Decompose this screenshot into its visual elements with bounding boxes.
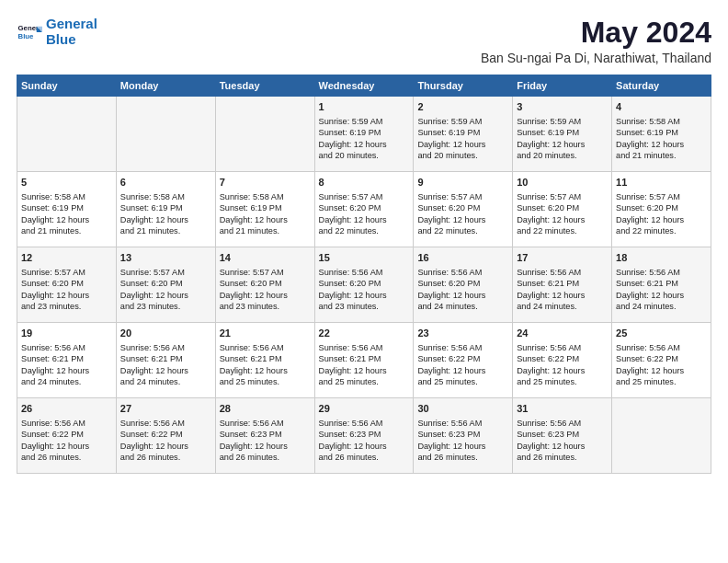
day-info: Sunrise: 5:56 AMSunset: 6:22 PMDaylight:… (616, 342, 707, 388)
day-info: Sunrise: 5:56 AMSunset: 6:20 PMDaylight:… (417, 267, 508, 313)
calendar-cell: 1Sunrise: 5:59 AMSunset: 6:19 PMDaylight… (314, 97, 414, 172)
calendar-week-row: 19Sunrise: 5:56 AMSunset: 6:21 PMDayligh… (17, 323, 711, 398)
calendar-cell: 11Sunrise: 5:57 AMSunset: 6:20 PMDayligh… (612, 172, 711, 247)
calendar-cell: 3Sunrise: 5:59 AMSunset: 6:19 PMDaylight… (513, 97, 612, 172)
day-number: 29 (319, 402, 410, 416)
calendar-cell: 5Sunrise: 5:58 AMSunset: 6:19 PMDaylight… (17, 172, 117, 247)
day-number: 18 (616, 251, 707, 265)
calendar-cell: 29Sunrise: 5:56 AMSunset: 6:23 PMDayligh… (314, 398, 414, 474)
day-info: Sunrise: 5:59 AMSunset: 6:19 PMDaylight:… (417, 116, 508, 162)
day-info: Sunrise: 5:58 AMSunset: 6:19 PMDaylight:… (120, 191, 211, 237)
day-info: Sunrise: 5:57 AMSunset: 6:20 PMDaylight:… (616, 191, 707, 237)
day-info: Sunrise: 5:56 AMSunset: 6:23 PMDaylight:… (220, 418, 311, 464)
day-number: 25 (616, 327, 707, 340)
day-number: 27 (120, 402, 211, 416)
day-number: 24 (517, 327, 608, 340)
day-info: Sunrise: 5:56 AMSunset: 6:21 PMDaylight:… (319, 342, 410, 388)
day-number: 21 (220, 327, 311, 340)
day-number: 6 (120, 176, 211, 190)
calendar-cell: 22Sunrise: 5:56 AMSunset: 6:21 PMDayligh… (314, 323, 414, 398)
calendar-cell: 24Sunrise: 5:56 AMSunset: 6:22 PMDayligh… (513, 323, 612, 398)
day-number: 31 (517, 402, 608, 416)
day-info: Sunrise: 5:56 AMSunset: 6:22 PMDaylight:… (417, 342, 508, 388)
day-info: Sunrise: 5:57 AMSunset: 6:20 PMDaylight:… (21, 267, 112, 313)
calendar-cell: 12Sunrise: 5:57 AMSunset: 6:20 PMDayligh… (17, 247, 117, 323)
day-info: Sunrise: 5:57 AMSunset: 6:20 PMDaylight:… (220, 267, 311, 313)
svg-text:Blue: Blue (18, 32, 35, 40)
day-info: Sunrise: 5:56 AMSunset: 6:21 PMDaylight:… (220, 342, 311, 388)
day-info: Sunrise: 5:56 AMSunset: 6:21 PMDaylight:… (120, 342, 211, 388)
day-number: 30 (417, 402, 508, 416)
day-number: 19 (21, 327, 112, 340)
main-title: May 2024 (481, 17, 711, 49)
calendar-week-row: 26Sunrise: 5:56 AMSunset: 6:22 PMDayligh… (17, 398, 711, 474)
day-number: 15 (319, 251, 410, 265)
calendar-cell: 14Sunrise: 5:57 AMSunset: 6:20 PMDayligh… (215, 247, 314, 323)
day-info: Sunrise: 5:56 AMSunset: 6:22 PMDaylight:… (21, 418, 112, 464)
calendar-cell: 8Sunrise: 5:57 AMSunset: 6:20 PMDaylight… (314, 172, 414, 247)
calendar-cell: 2Sunrise: 5:59 AMSunset: 6:19 PMDaylight… (414, 97, 513, 172)
header-area: General Blue General Blue May 2024 Ban S… (17, 17, 711, 65)
day-number: 20 (120, 327, 211, 340)
day-info: Sunrise: 5:57 AMSunset: 6:20 PMDaylight:… (517, 191, 608, 237)
day-number: 8 (319, 176, 410, 190)
calendar-cell: 23Sunrise: 5:56 AMSunset: 6:22 PMDayligh… (414, 323, 513, 398)
page: General Blue General Blue May 2024 Ban S… (0, 0, 728, 563)
day-number: 22 (319, 327, 410, 340)
day-info: Sunrise: 5:58 AMSunset: 6:19 PMDaylight:… (220, 191, 311, 237)
calendar-cell: 18Sunrise: 5:56 AMSunset: 6:21 PMDayligh… (612, 247, 711, 323)
day-number: 10 (517, 176, 608, 190)
calendar-cell: 30Sunrise: 5:56 AMSunset: 6:23 PMDayligh… (414, 398, 513, 474)
header-wednesday: Wednesday (314, 75, 414, 97)
calendar-cell: 7Sunrise: 5:58 AMSunset: 6:19 PMDaylight… (215, 172, 314, 247)
calendar-cell: 28Sunrise: 5:56 AMSunset: 6:23 PMDayligh… (215, 398, 314, 474)
calendar-week-row: 5Sunrise: 5:58 AMSunset: 6:19 PMDaylight… (17, 172, 711, 247)
day-number: 26 (21, 402, 112, 416)
calendar-cell (116, 97, 215, 172)
calendar-cell: 19Sunrise: 5:56 AMSunset: 6:21 PMDayligh… (17, 323, 117, 398)
day-info: Sunrise: 5:56 AMSunset: 6:21 PMDaylight:… (21, 342, 112, 388)
day-info: Sunrise: 5:56 AMSunset: 6:21 PMDaylight:… (616, 267, 707, 313)
calendar-cell: 27Sunrise: 5:56 AMSunset: 6:22 PMDayligh… (116, 398, 215, 474)
day-number: 28 (220, 402, 311, 416)
day-number: 4 (616, 100, 707, 114)
day-number: 2 (417, 100, 508, 114)
calendar-cell: 16Sunrise: 5:56 AMSunset: 6:20 PMDayligh… (414, 247, 513, 323)
calendar-cell: 25Sunrise: 5:56 AMSunset: 6:22 PMDayligh… (612, 323, 711, 398)
calendar-cell: 10Sunrise: 5:57 AMSunset: 6:20 PMDayligh… (513, 172, 612, 247)
subtitle: Ban Su-ngai Pa Di, Narathiwat, Thailand (481, 51, 711, 65)
calendar-cell (612, 398, 711, 474)
day-info: Sunrise: 5:56 AMSunset: 6:23 PMDaylight:… (417, 418, 508, 464)
header-monday: Monday (116, 75, 215, 97)
logo-blue: Blue (46, 31, 76, 47)
day-number: 7 (220, 176, 311, 190)
day-number: 12 (21, 251, 112, 265)
calendar-cell: 13Sunrise: 5:57 AMSunset: 6:20 PMDayligh… (116, 247, 215, 323)
day-info: Sunrise: 5:56 AMSunset: 6:23 PMDaylight:… (517, 418, 608, 464)
calendar-table: SundayMondayTuesdayWednesdayThursdayFrid… (17, 75, 711, 474)
day-number: 23 (417, 327, 508, 340)
calendar-cell (17, 97, 117, 172)
calendar-cell: 17Sunrise: 5:56 AMSunset: 6:21 PMDayligh… (513, 247, 612, 323)
calendar-cell: 31Sunrise: 5:56 AMSunset: 6:23 PMDayligh… (513, 398, 612, 474)
calendar-week-row: 12Sunrise: 5:57 AMSunset: 6:20 PMDayligh… (17, 247, 711, 323)
calendar-cell: 26Sunrise: 5:56 AMSunset: 6:22 PMDayligh… (17, 398, 117, 474)
header-tuesday: Tuesday (215, 75, 314, 97)
header-sunday: Sunday (17, 75, 117, 97)
logo-icon: General Blue (17, 19, 42, 45)
day-info: Sunrise: 5:58 AMSunset: 6:19 PMDaylight:… (616, 116, 707, 162)
header-friday: Friday (513, 75, 612, 97)
logo: General Blue General Blue (17, 17, 97, 47)
day-number: 17 (517, 251, 608, 265)
day-number: 16 (417, 251, 508, 265)
day-number: 14 (220, 251, 311, 265)
logo-text: General Blue (46, 17, 97, 47)
calendar-cell: 15Sunrise: 5:56 AMSunset: 6:20 PMDayligh… (314, 247, 414, 323)
day-info: Sunrise: 5:56 AMSunset: 6:22 PMDaylight:… (120, 418, 211, 464)
day-number: 11 (616, 176, 707, 190)
calendar-cell: 20Sunrise: 5:56 AMSunset: 6:21 PMDayligh… (116, 323, 215, 398)
day-number: 1 (319, 100, 410, 114)
day-info: Sunrise: 5:58 AMSunset: 6:19 PMDaylight:… (21, 191, 112, 237)
calendar-cell (215, 97, 314, 172)
day-number: 9 (417, 176, 508, 190)
